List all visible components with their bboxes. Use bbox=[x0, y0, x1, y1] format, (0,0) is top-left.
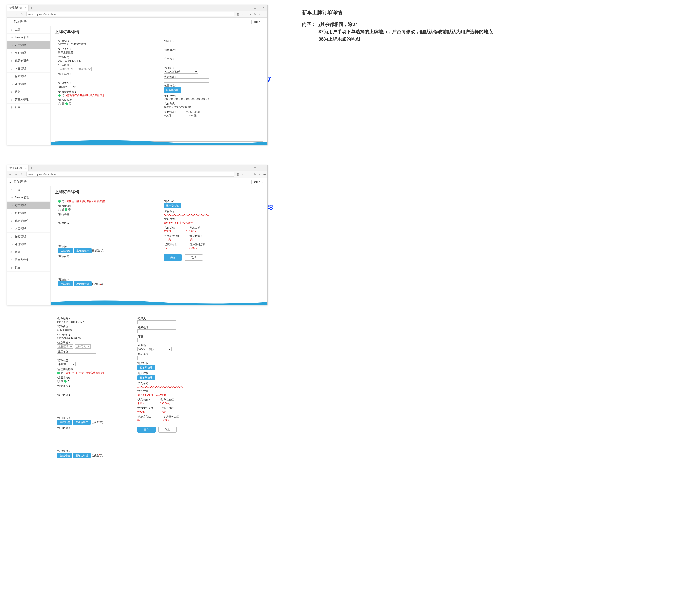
url-field[interactable]: www.bxlp.com/index.html bbox=[26, 12, 234, 16]
browser-tab[interactable]: 管理员列表 × bbox=[7, 5, 29, 11]
driver-name-select[interactable]: 上牌司机 bbox=[76, 67, 92, 71]
sidebar-item[interactable]: ⌂主页 bbox=[7, 186, 50, 194]
special-input[interactable] bbox=[58, 216, 97, 220]
admin-dropdown[interactable]: admin bbox=[251, 20, 265, 24]
phone-input[interactable] bbox=[163, 52, 203, 56]
sidebar-item[interactable]: ⌂保险管理 bbox=[7, 73, 50, 80]
plate-input[interactable] bbox=[137, 338, 176, 342]
expand-icon[interactable]: + bbox=[42, 211, 48, 215]
sidebar-item[interactable]: ⟳退款+ bbox=[7, 88, 50, 96]
expand-icon[interactable]: + bbox=[42, 266, 48, 270]
minimize-button[interactable]: — bbox=[243, 6, 251, 10]
close-icon[interactable]: × bbox=[25, 6, 27, 9]
phone-input[interactable] bbox=[137, 329, 176, 333]
sidebar-item[interactable]: ⌂第三方管理+ bbox=[7, 256, 50, 264]
special-input[interactable] bbox=[57, 388, 96, 392]
cust-note-input[interactable] bbox=[163, 78, 209, 83]
test-site-select[interactable]: XXXX上牌地址 bbox=[137, 347, 172, 351]
hamburger-icon[interactable]: ≡ bbox=[10, 180, 12, 184]
url-field[interactable]: www.bxlp.com/index.html bbox=[26, 172, 234, 177]
sidebar-item[interactable]: ☺客户管理+ bbox=[7, 49, 50, 57]
contact-input[interactable] bbox=[137, 320, 176, 325]
reading-icon[interactable]: ≡ bbox=[249, 173, 251, 176]
cust-note-input[interactable] bbox=[137, 356, 183, 360]
send-driver-button[interactable]: 发送给司机 bbox=[74, 281, 92, 286]
back-icon[interactable]: ← bbox=[9, 173, 12, 176]
new-tab-button[interactable]: + bbox=[29, 166, 34, 170]
sidebar-item[interactable]: ▭评价管理 bbox=[7, 80, 50, 88]
gen-sms-button[interactable]: 生成短信 bbox=[57, 420, 72, 425]
new-tab-button[interactable]: + bbox=[29, 6, 34, 10]
browser-tab[interactable]: 管理员列表 × bbox=[7, 165, 29, 171]
share-icon[interactable]: ⇪ bbox=[258, 173, 261, 176]
bookmark-icon[interactable]: ▥ bbox=[236, 173, 239, 176]
sidebar-item[interactable]: ⌂第三方管理+ bbox=[7, 96, 50, 104]
radio-yes2-icon[interactable] bbox=[58, 208, 61, 211]
expand-icon[interactable]: + bbox=[42, 59, 48, 63]
hamburger-icon[interactable]: ≡ bbox=[10, 20, 12, 24]
reload-icon[interactable]: ↻ bbox=[20, 173, 24, 176]
sidebar-item[interactable]: ¥优惠券积分+ bbox=[7, 217, 50, 225]
forward-icon[interactable]: → bbox=[14, 12, 18, 16]
map-button-2[interactable]: 验车场地址 bbox=[137, 375, 155, 380]
minimize-button[interactable]: — bbox=[243, 167, 251, 170]
sidebar-item[interactable]: ⌂保险管理 bbox=[7, 233, 50, 240]
map-button[interactable]: 验车场地址 bbox=[163, 88, 181, 93]
sms-content-textarea[interactable] bbox=[58, 225, 115, 243]
radio-yes2-icon[interactable] bbox=[57, 380, 60, 383]
sms-content-textarea-2[interactable] bbox=[58, 258, 115, 277]
cancel-button[interactable]: 取消 bbox=[158, 427, 177, 433]
maximize-button[interactable]: □ bbox=[251, 6, 259, 10]
edit-icon[interactable]: ✎ bbox=[253, 12, 256, 16]
sidebar-item[interactable]: ⌂内容管理+ bbox=[7, 225, 50, 233]
sidebar-item[interactable]: ▭Banner管理 bbox=[7, 194, 50, 202]
gen-sms-button-2[interactable]: 生成短信 bbox=[57, 453, 72, 458]
expand-icon[interactable]: + bbox=[42, 90, 48, 94]
send-driver-button[interactable]: 发送给司机 bbox=[73, 453, 91, 458]
map-button[interactable]: 验车场地址 bbox=[163, 203, 181, 208]
maximize-button[interactable]: □ bbox=[251, 167, 259, 170]
sidebar-item[interactable]: ☺用户管理+ bbox=[7, 209, 50, 217]
send-cust-button[interactable]: 发送给客户 bbox=[73, 420, 91, 425]
more-icon[interactable]: ⋯ bbox=[263, 173, 266, 176]
sidebar-item[interactable]: ⟳退款+ bbox=[7, 248, 50, 256]
expand-icon[interactable]: + bbox=[42, 258, 48, 262]
radio-yes-icon[interactable]: ✓ bbox=[58, 94, 61, 97]
forward-icon[interactable]: → bbox=[14, 173, 18, 176]
reading-icon[interactable]: ≡ bbox=[249, 12, 251, 16]
contact-input[interactable] bbox=[163, 43, 203, 47]
more-icon[interactable]: ⋯ bbox=[263, 12, 266, 16]
sms-content-textarea[interactable] bbox=[57, 397, 114, 415]
test-site-select[interactable]: XXXX上牌地址 bbox=[163, 69, 198, 74]
driver-region-select[interactable]: 选择区域 bbox=[58, 67, 74, 71]
sms-content-textarea-2[interactable] bbox=[57, 430, 114, 448]
construct-input[interactable] bbox=[58, 76, 97, 80]
expand-icon[interactable]: + bbox=[42, 106, 48, 109]
edit-icon[interactable]: ✎ bbox=[253, 173, 256, 176]
close-window-button[interactable]: × bbox=[259, 167, 267, 170]
expand-icon[interactable]: + bbox=[42, 219, 48, 223]
sidebar-item[interactable]: ⌂内容管理+ bbox=[7, 65, 50, 73]
share-icon[interactable]: ⇪ bbox=[258, 12, 261, 16]
expand-icon[interactable]: + bbox=[42, 227, 48, 231]
radio-yes-icon[interactable]: ✓ bbox=[58, 200, 61, 203]
radio-no-icon[interactable]: ✓ bbox=[65, 208, 67, 211]
status-select[interactable]: 未处理 bbox=[57, 362, 76, 366]
gen-sms-button[interactable]: 生成短信 bbox=[58, 248, 73, 253]
admin-dropdown[interactable]: admin bbox=[251, 180, 265, 184]
back-icon[interactable]: ← bbox=[9, 12, 12, 16]
close-icon[interactable]: × bbox=[25, 167, 27, 169]
star-icon[interactable]: ☆ bbox=[241, 173, 244, 176]
sidebar-item[interactable]: ▭订单管理 bbox=[7, 42, 50, 49]
sidebar-item[interactable]: ⌂主页 bbox=[7, 26, 50, 34]
radio-no-icon[interactable]: ✓ bbox=[65, 102, 68, 105]
sidebar-item[interactable]: ⚙设置+ bbox=[7, 104, 50, 111]
close-window-button[interactable]: × bbox=[259, 6, 267, 10]
sidebar-item[interactable]: ▭订单管理 bbox=[7, 202, 50, 209]
expand-icon[interactable]: + bbox=[42, 67, 48, 70]
construct-input[interactable] bbox=[57, 353, 96, 358]
expand-icon[interactable]: + bbox=[42, 250, 48, 254]
radio-no-icon[interactable]: ✓ bbox=[64, 380, 67, 383]
radio-yes-icon[interactable]: ✓ bbox=[57, 372, 60, 374]
expand-icon[interactable]: + bbox=[42, 98, 48, 101]
